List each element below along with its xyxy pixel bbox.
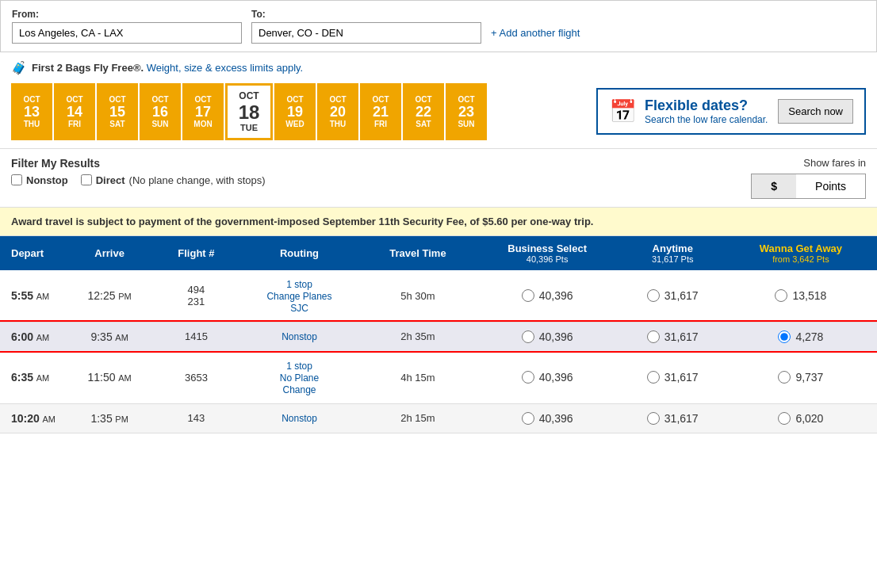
- bags-section: 🧳 First 2 Bags Fly Free®. Weight, size &…: [0, 52, 877, 83]
- wga-radio[interactable]: [778, 412, 791, 425]
- col-routing: Routing: [237, 236, 362, 270]
- travel-time-cell: 2h 35m: [362, 322, 473, 351]
- wga-pts-cell[interactable]: 4,278: [725, 322, 877, 351]
- anytime-radio[interactable]: [647, 371, 660, 384]
- date-month: OCT: [458, 94, 474, 105]
- wga-radio[interactable]: [778, 371, 791, 384]
- anytime-radio[interactable]: [647, 289, 660, 302]
- business-pts-cell[interactable]: 40,396: [474, 322, 621, 351]
- nonstop-label: Nonstop: [26, 174, 68, 186]
- depart-time: 5:55: [11, 289, 33, 302]
- business-radio[interactable]: [522, 289, 534, 302]
- date-cell-15[interactable]: OCT 15 SAT: [97, 83, 138, 140]
- routing-link[interactable]: 1 stopChange PlanesSJC: [266, 279, 331, 314]
- direct-option[interactable]: Direct (No plane change, with stops): [81, 174, 266, 186]
- flight-num-cell: 1415: [155, 322, 236, 351]
- arrive-period: AM: [115, 333, 128, 342]
- from-input[interactable]: [12, 22, 242, 44]
- date-month: OCT: [415, 94, 431, 105]
- anytime-radio[interactable]: [647, 330, 660, 343]
- date-cell-20[interactable]: OCT 20 THU: [317, 83, 358, 140]
- nonstop-checkbox[interactable]: [11, 174, 22, 185]
- from-label: From:: [12, 9, 242, 20]
- business-pts-value: 40,396: [539, 330, 573, 343]
- routing-cell: 1 stopChange PlanesSJC: [237, 270, 362, 323]
- dollar-button[interactable]: $: [752, 174, 796, 198]
- filter-section: Filter My Results Nonstop Direct (No pla…: [0, 148, 877, 207]
- to-field-group: To:: [251, 9, 481, 44]
- flight-num-cell: 143: [155, 403, 236, 433]
- date-cell-22[interactable]: OCT 22 SAT: [403, 83, 444, 140]
- nonstop-option[interactable]: Nonstop: [11, 174, 68, 186]
- depart-period: AM: [36, 373, 50, 383]
- anytime-pts-cell[interactable]: 31,617: [621, 270, 725, 323]
- depart-time-cell: 5:55 AM: [0, 270, 63, 323]
- points-button[interactable]: Points: [796, 174, 865, 198]
- date-cell-13[interactable]: OCT 13 THU: [11, 83, 52, 140]
- business-pts-cell[interactable]: 40,396: [474, 351, 621, 403]
- results-table: Depart Arrive Flight # Routing Travel Ti…: [0, 236, 877, 433]
- business-pts-cell[interactable]: 40,396: [474, 270, 621, 323]
- date-day: SUN: [151, 119, 168, 129]
- depart-time: 10:20: [11, 412, 40, 425]
- business-radio[interactable]: [522, 330, 534, 343]
- fare-label: Show fares in: [803, 157, 866, 169]
- fields-row: From: To: + Add another flight: [12, 9, 865, 44]
- to-input[interactable]: [251, 22, 481, 44]
- table-row: 5:55 AM 12:25 PM 494231 1 stopChange Pla…: [0, 270, 877, 323]
- date-month: OCT: [286, 94, 303, 105]
- depart-time: 6:00: [11, 330, 33, 343]
- business-pts-cell[interactable]: 40,396: [474, 403, 621, 433]
- col-arrive: Arrive: [63, 236, 155, 270]
- anytime-pts-cell[interactable]: 31,617: [621, 403, 725, 433]
- date-cell-18[interactable]: OCT 18 TUE: [225, 83, 273, 140]
- filter-title: Filter My Results: [11, 157, 266, 170]
- flight-num-cell: 494231: [155, 270, 236, 323]
- to-label: To:: [251, 9, 481, 20]
- arrive-period: AM: [118, 373, 132, 383]
- business-select-pts: 40,396 Pts: [482, 254, 613, 264]
- travel-time-cell: 4h 15m: [362, 351, 473, 403]
- arrive-time-cell: 1:35 PM: [63, 403, 155, 433]
- wga-label: Wanna Get Away: [760, 242, 842, 254]
- wga-pts-cell[interactable]: 6,020: [725, 403, 877, 433]
- add-flight-link[interactable]: + Add another flight: [491, 27, 580, 44]
- anytime-pts-value: 31,617: [664, 371, 699, 384]
- business-select-label: Business Select: [507, 242, 587, 254]
- business-radio[interactable]: [522, 412, 534, 425]
- date-cell-17[interactable]: OCT 17 MON: [182, 83, 224, 140]
- wga-radio[interactable]: [775, 289, 787, 302]
- date-cell-23[interactable]: OCT 23 SUN: [446, 83, 487, 140]
- anytime-pts-cell[interactable]: 31,617: [621, 351, 725, 403]
- col-business-select: Business Select 40,396 Pts: [474, 236, 621, 270]
- business-radio[interactable]: [522, 371, 534, 384]
- date-cell-14[interactable]: OCT 14 FRI: [54, 83, 95, 140]
- col-anytime: Anytime 31,617 Pts: [621, 236, 725, 270]
- wga-pts-value: 13,518: [792, 289, 826, 302]
- bags-bold-text: First 2 Bags Fly Free®.: [32, 62, 144, 74]
- anytime-pts-cell[interactable]: 31,617: [621, 322, 725, 351]
- flex-search-button[interactable]: Search now: [778, 99, 853, 124]
- depart-period: AM: [42, 414, 56, 424]
- date-day: SUN: [458, 119, 474, 129]
- date-num: 13: [24, 105, 40, 119]
- wga-pts-cell[interactable]: 9,737: [725, 351, 877, 403]
- routing-link[interactable]: Nonstop: [281, 413, 317, 424]
- routing-link[interactable]: Nonstop: [281, 331, 317, 342]
- wga-pts-cell[interactable]: 13,518: [725, 270, 877, 323]
- direct-label: Direct: [96, 174, 125, 186]
- routing-link[interactable]: 1 stopNo PlaneChange: [280, 361, 319, 395]
- direct-checkbox[interactable]: [81, 174, 92, 185]
- flight-num-cell: 3653: [155, 351, 236, 403]
- date-month: OCT: [66, 94, 82, 105]
- date-cell-16[interactable]: OCT 16 SUN: [140, 83, 181, 140]
- travel-time-cell: 2h 15m: [362, 403, 473, 433]
- date-cell-21[interactable]: OCT 21 FRI: [360, 83, 401, 140]
- anytime-radio[interactable]: [647, 412, 660, 425]
- wga-radio[interactable]: [778, 330, 791, 343]
- date-cell-19[interactable]: OCT 19 WED: [274, 83, 316, 140]
- arrive-time: 11:50: [88, 371, 116, 384]
- col-travel-time: Travel Time: [362, 236, 473, 270]
- date-day: TUE: [240, 122, 258, 133]
- bags-link[interactable]: Weight, size & excess limits apply.: [147, 62, 303, 74]
